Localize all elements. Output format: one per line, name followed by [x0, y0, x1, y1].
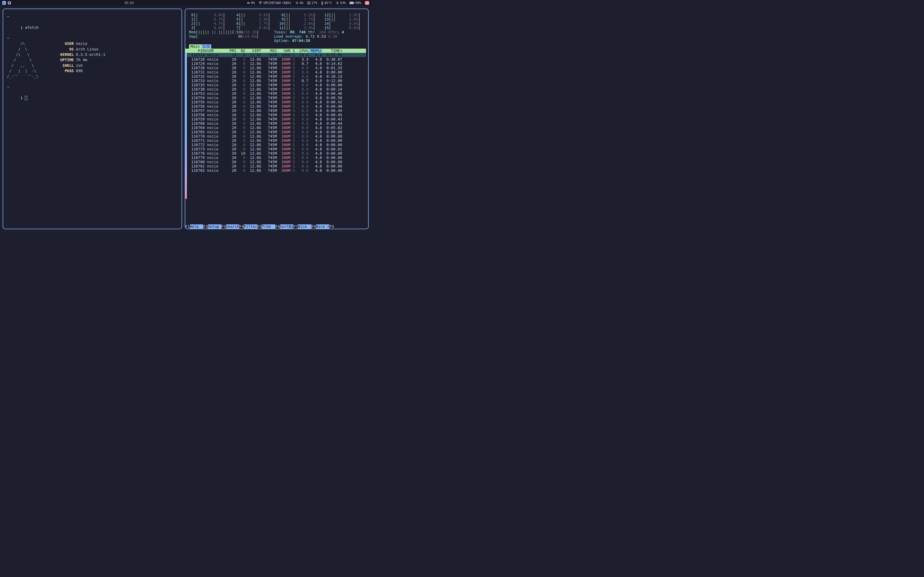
brightness-indicator[interactable]: 53% [336, 1, 346, 5]
svg-rect-5 [321, 2, 322, 3]
svg-point-4 [296, 2, 297, 4]
process-row[interactable]: 116738 nezia 20 0 12.8G 745M 300M S 0.0 … [185, 87, 366, 91]
temperature-indicator[interactable]: 45°C [321, 1, 332, 5]
prompt-cursor-line[interactable]: ❯ [7, 90, 178, 106]
process-row[interactable]: 116753 nezia 20 0 12.8G 745M 300M S 0.0 … [185, 91, 366, 96]
wifi-icon [258, 2, 262, 5]
process-row[interactable]: 116735 nezia 20 0 12.8G 745M 300M S 0.0 … [185, 83, 366, 87]
process-row[interactable]: 116779 nezia 20 0 12.8G 745M 300M S 0.0 … [185, 155, 366, 160]
process-row[interactable]: 116773 nezia 20 0 12.8G 745M 300M S 0.0 … [185, 147, 366, 151]
process-row[interactable]: 116782 nezia 20 0 12.8G 745M 300M S 0.0 … [185, 168, 366, 172]
thermometer-icon [321, 1, 323, 5]
svg-rect-10 [354, 2, 354, 3]
svg-point-13 [367, 3, 368, 3]
process-row[interactable]: 116765 nezia 20 0 12.8G 745M 300M S 0.0 … [185, 130, 366, 134]
sun-icon [336, 2, 339, 5]
tab-io[interactable]: I/O [201, 44, 211, 48]
svg-rect-0 [2, 1, 6, 5]
prompt-cwd: ~ [7, 84, 178, 90]
process-row[interactable]: 116731 nezia 20 0 12.8G 745M 300M S 0.0 … [185, 70, 366, 74]
svg-rect-11 [365, 1, 369, 5]
svg-point-7 [337, 2, 338, 4]
prompt-cwd: ~ [7, 14, 178, 19]
process-row[interactable]: 116756 nezia 20 0 12.8G 745M 300M S 0.0 … [185, 104, 366, 108]
volume-mute-icon [247, 2, 250, 5]
prompt-command-line: ❯ afetch [7, 19, 178, 35]
selection-indicator [185, 53, 187, 224]
bars-icon [307, 2, 310, 4]
terminal-pane-htop[interactable]: 0[| 9.0%] 4[|| 9.6%] 8[|| 5.2%]12[|| 2.0… [185, 8, 369, 229]
process-table-body[interactable]: 116724 nezia 20 0 12.8G 745M 300M S 19.6… [185, 53, 366, 224]
process-row[interactable]: 116755 nezia 20 0 12.8G 745M 300M S 0.0 … [185, 100, 366, 104]
process-row[interactable]: 116771 nezia 20 0 12.8G 745M 300M S 0.0 … [185, 139, 366, 143]
load-average: Load average: 0.72 0.53 0.28 [272, 34, 364, 39]
tasks-summary: Tasks: 80, 746 thr, 249 kthr; 4 [272, 30, 364, 34]
gear-indicator[interactable]: 4% [296, 1, 304, 5]
svg-point-12 [366, 3, 367, 3]
process-row[interactable]: 116728 nezia 20 0 12.8G 745M 300M S 3.3 … [185, 57, 366, 61]
cpu-meters: 0[| 9.0%] 4[|| 9.6%] 8[|| 5.2%]12[|| 2.0… [189, 13, 364, 30]
process-row[interactable]: 116759 nezia 20 0 12.8G 745M 300M S 0.0 … [185, 117, 366, 121]
workspace: ~ ❯ afetch ~ /\USERnezia / \OSArch Linux… [0, 6, 372, 232]
process-row[interactable]: 116760 nezia 20 0 12.8G 745M 300M S 0.0 … [185, 121, 366, 126]
memory-meter: Mem[||||| || ||||||2.93G/15.2G] [189, 30, 272, 34]
function-key-bar[interactable]: F1Help F2Setup F3SearchF4FilterF5Tree F6… [185, 224, 366, 229]
terminal-pane-afetch[interactable]: ~ ❯ afetch ~ /\USERnezia / \OSArch Linux… [3, 8, 182, 229]
htop-tabs: MainI/O [185, 44, 366, 48]
svg-point-3 [260, 4, 261, 5]
wifi-indicator[interactable]: UPC59F3A0 (88%) [258, 1, 291, 5]
gear-icon [296, 2, 299, 5]
process-row[interactable]: 116757 nezia 20 0 12.8G 745M 300M S 0.0 … [185, 108, 366, 113]
cursor [25, 96, 27, 100]
process-row[interactable]: 116729 nezia 20 0 12.8G 745M 300M S 0.7 … [185, 61, 366, 66]
battery-icon [349, 2, 354, 4]
afetch-output: ~ /\USERnezia / \OSArch Linux /\ \KERNEL… [7, 35, 178, 79]
discord-tray-icon[interactable] [365, 1, 369, 5]
process-row[interactable]: 116780 nezia 20 0 12.8G 745M 300M S 0.0 … [185, 160, 366, 164]
svg-point-2 [8, 2, 10, 4]
process-row[interactable]: 116781 nezia 20 0 12.8G 745M 300M S 0.0 … [185, 164, 366, 168]
volume-indicator[interactable]: 0% [247, 1, 255, 5]
process-row[interactable]: 116730 nezia 20 0 12.8G 745M 300M S 0.0 … [185, 66, 366, 70]
top-bar: 15:52 0% UPC59F3A0 (88%) 4% 27% [0, 0, 372, 6]
process-row[interactable]: 116778 nezia 39 19 12.8G 745M 300M S 0.0… [185, 151, 366, 155]
process-table-header[interactable]: PIDUSER PRI NI VIRT RES SHR S CPU% MEM%▽… [185, 48, 366, 53]
battery-indicator[interactable]: 98% [349, 1, 361, 5]
process-row[interactable]: 116754 nezia 20 0 12.8G 745M 300M S 0.0 … [185, 96, 366, 100]
uptime: Uptime: 07:04:38 [272, 39, 364, 43]
process-row[interactable]: 116733 nezia 20 0 12.8G 745M 300M S 0.7 … [185, 79, 366, 83]
firefox-icon[interactable] [8, 1, 11, 5]
terminal-icon[interactable] [2, 1, 6, 5]
clock: 15:52 [11, 1, 247, 5]
svg-point-6 [321, 3, 323, 5]
process-row[interactable]: 116764 nezia 20 0 12.8G 745M 300M S 0.0 … [185, 126, 366, 130]
svg-rect-9 [350, 2, 353, 4]
process-row[interactable]: 116772 nezia 20 0 12.8G 745M 300M S 0.0 … [185, 143, 366, 147]
htop-header: 0[| 9.0%] 4[|| 9.6%] 8[|| 5.2%]12[|| 2.0… [185, 12, 366, 43]
memory-indicator[interactable]: 27% [307, 1, 317, 5]
tab-main[interactable]: Main [189, 44, 201, 48]
process-row[interactable]: 116724 nezia 20 0 12.8G 745M 300M S 19.6… [185, 53, 366, 57]
process-row[interactable]: 116770 nezia 20 0 12.8G 745M 300M S 0.0 … [185, 134, 366, 139]
process-row[interactable]: 116758 nezia 20 0 12.8G 745M 300M S 0.0 … [185, 113, 366, 117]
process-row[interactable]: 116732 nezia 20 0 12.8G 745M 300M S 0.0 … [185, 74, 366, 79]
swap-meter: Swp[0K/24.0G] [189, 34, 272, 39]
